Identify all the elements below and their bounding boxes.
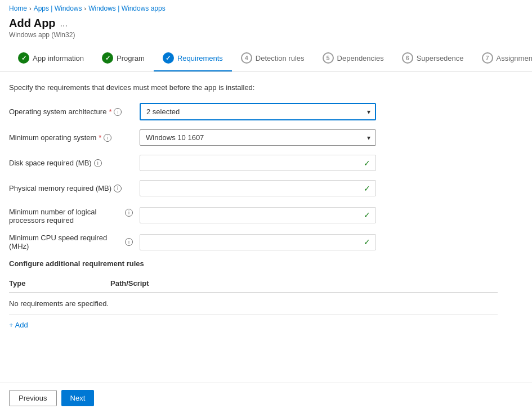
step-icon-6: 6 [402, 52, 413, 64]
logical-processors-row: Minimum number of logical processors req… [9, 205, 498, 225]
required-star-1: * [109, 107, 111, 116]
main-content: Specify the requirements that devices mu… [0, 72, 507, 340]
disk-space-checkmark-icon: ✓ [364, 159, 370, 168]
wizard-step-dependencies[interactable]: 5 Dependencies [314, 46, 393, 71]
breadcrumb: Home › Apps | Windows › Windows | Window… [0, 0, 532, 15]
wizard-nav: ✓ App information ✓ Program ✓ Requiremen… [0, 46, 532, 72]
cpu-speed-info-icon[interactable]: i [125, 238, 133, 246]
section-description: Specify the requirements that devices mu… [9, 83, 498, 92]
cpu-speed-label: Minimum CPU speed required (MHz) i [9, 234, 133, 250]
table-header-type: Type [9, 279, 110, 288]
breadcrumb-home[interactable]: Home [9, 5, 27, 12]
os-architecture-row: Operating system architecture * i 2 sele… [9, 103, 498, 120]
physical-memory-input[interactable] [140, 180, 376, 196]
step-label-1: App information [33, 54, 84, 62]
step-icon-5: 5 [323, 52, 334, 64]
breadcrumb-sep-1: › [29, 5, 32, 12]
physical-memory-label: Physical memory required (MB) i [9, 184, 133, 192]
step-icon-3: ✓ [163, 52, 174, 64]
logical-processors-info-icon[interactable]: i [125, 209, 133, 217]
wizard-step-assignments[interactable]: 7 Assignments [473, 46, 532, 71]
table-header: Type Path/Script [9, 275, 498, 293]
logical-processors-checkmark-icon: ✓ [364, 210, 370, 219]
os-architecture-select[interactable]: 2 selected 32-bit 64-bit [140, 103, 376, 120]
logical-processors-input[interactable] [140, 207, 376, 223]
step-label-3: Requirements [177, 54, 223, 62]
step-icon-4: 4 [241, 52, 252, 64]
logical-processors-label: Minimum number of logical processors req… [9, 205, 133, 225]
table-body: No requirements are specified. [9, 293, 498, 315]
physical-memory-info-icon[interactable]: i [114, 185, 122, 192]
cpu-speed-input-wrapper: ✓ [140, 234, 376, 250]
wizard-step-app-information[interactable]: ✓ App information [9, 46, 93, 71]
disk-space-input-wrapper: ✓ [140, 155, 376, 171]
cpu-speed-checkmark-icon: ✓ [364, 237, 370, 246]
page-header: Add App ... Windows app (Win32) [0, 15, 532, 46]
additional-requirements-title: Configure additional requirement rules [9, 259, 498, 268]
page-subtitle: Windows app (Win32) [9, 31, 523, 39]
step-icon-2: ✓ [102, 52, 113, 64]
step-label-4: Detection rules [256, 54, 305, 62]
disk-space-info-icon[interactable]: i [94, 159, 102, 167]
page-title: Add App [9, 17, 56, 30]
cpu-speed-row: Minimum CPU speed required (MHz) i ✓ [9, 234, 498, 250]
physical-memory-checkmark-icon: ✓ [364, 184, 370, 193]
os-architecture-info-icon[interactable]: i [114, 108, 122, 116]
min-os-info-icon[interactable]: i [104, 134, 111, 142]
physical-memory-input-wrapper: ✓ [140, 180, 376, 196]
step-icon-7: 7 [482, 52, 493, 64]
wizard-step-supersedence[interactable]: 6 Supersedence [393, 46, 473, 71]
table-header-path: Path/Script [110, 279, 498, 288]
logical-processors-input-wrapper: ✓ [140, 207, 376, 223]
disk-space-input[interactable] [140, 155, 376, 171]
required-star-2: * [99, 133, 101, 142]
physical-memory-row: Physical memory required (MB) i ✓ [9, 180, 498, 196]
breadcrumb-apps[interactable]: Apps | Windows [34, 5, 82, 12]
disk-space-label: Disk space required (MB) i [9, 159, 133, 167]
cpu-speed-input[interactable] [140, 234, 376, 250]
wizard-step-requirements[interactable]: ✓ Requirements [154, 46, 232, 71]
step-label-7: Assignments [497, 54, 532, 62]
min-os-select-wrapper: Windows 10 1607 Windows 10 1703 Windows … [140, 129, 376, 146]
requirements-table: Type Path/Script No requirements are spe… [9, 275, 498, 315]
more-button[interactable]: ... [60, 19, 68, 29]
breadcrumb-sep-2: › [84, 5, 87, 12]
disk-space-row: Disk space required (MB) i ✓ [9, 155, 498, 171]
min-os-label: Minimum operating system * i [9, 133, 133, 142]
wizard-step-detection-rules[interactable]: 4 Detection rules [232, 46, 314, 71]
table-empty-message: No requirements are specified. [9, 299, 498, 308]
os-architecture-select-wrapper: 2 selected 32-bit 64-bit ▾ [140, 103, 376, 120]
os-architecture-label: Operating system architecture * i [9, 107, 133, 116]
min-os-row: Minimum operating system * i Windows 10 … [9, 129, 498, 146]
step-icon-1: ✓ [18, 52, 29, 64]
step-label-5: Dependencies [337, 54, 384, 62]
step-label-2: Program [117, 54, 145, 62]
breadcrumb-windows-apps[interactable]: Windows | Windows apps [88, 5, 166, 12]
wizard-step-program[interactable]: ✓ Program [93, 46, 154, 71]
add-requirement-link[interactable]: + Add [9, 321, 28, 329]
step-label-6: Supersedence [417, 54, 464, 62]
min-os-select[interactable]: Windows 10 1607 Windows 10 1703 Windows … [140, 129, 376, 146]
